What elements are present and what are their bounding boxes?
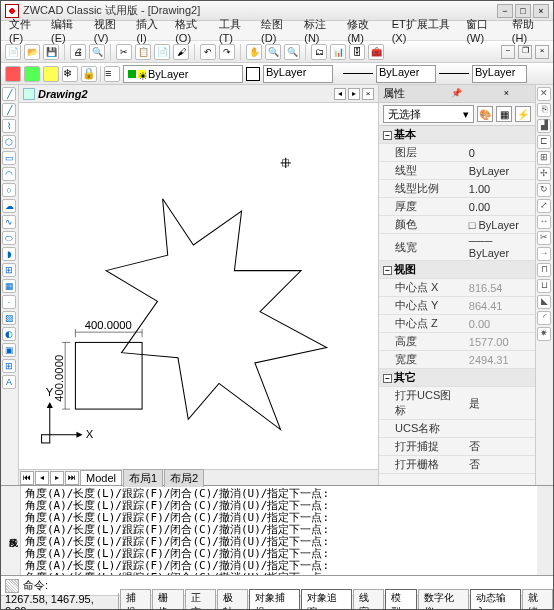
mdi-restore-button[interactable]: ❐ bbox=[518, 45, 532, 59]
redo-button[interactable]: ↷ bbox=[219, 44, 235, 60]
pan-button[interactable]: ✋ bbox=[246, 44, 262, 60]
selection-combo[interactable]: 无选择▾ bbox=[383, 105, 474, 123]
preview-button[interactable]: 🔍 bbox=[89, 44, 105, 60]
color-yellow-button[interactable] bbox=[43, 66, 59, 82]
status-9[interactable]: 动态输入 bbox=[470, 589, 521, 611]
ellipse-arc-tool[interactable]: ◗ bbox=[2, 247, 16, 261]
mdi-minimize-button[interactable]: − bbox=[501, 45, 515, 59]
tab-prev[interactable]: ◂ bbox=[35, 471, 49, 485]
rotate-tool[interactable]: ↻ bbox=[537, 183, 551, 197]
layer-freeze-button[interactable]: ❄ bbox=[62, 66, 78, 82]
color-swatch[interactable] bbox=[246, 67, 260, 81]
menu-item[interactable]: 标注(N) bbox=[300, 15, 341, 46]
insert-tool[interactable]: ⊞ bbox=[2, 263, 16, 277]
layer-button[interactable]: ≡ bbox=[104, 66, 120, 82]
revcloud-tool[interactable]: ☁ bbox=[2, 199, 16, 213]
extend-tool[interactable]: → bbox=[537, 247, 551, 261]
circle-tool[interactable]: ○ bbox=[2, 183, 16, 197]
mtext-tool[interactable]: A bbox=[2, 375, 16, 389]
menu-item[interactable]: 窗口(W) bbox=[462, 15, 505, 46]
status-10[interactable]: 就绪 bbox=[522, 589, 553, 611]
lineweight-combo[interactable]: ByLayer bbox=[472, 65, 527, 83]
toggle-pickadd-button[interactable]: 🎨 bbox=[477, 106, 493, 122]
trim-tool[interactable]: ✂ bbox=[537, 231, 551, 245]
status-3[interactable]: 极轴 bbox=[217, 589, 248, 611]
select-objects-button[interactable]: ▦ bbox=[496, 106, 512, 122]
break-tool[interactable]: ⊓ bbox=[537, 263, 551, 277]
menu-item[interactable]: 工具(T) bbox=[215, 15, 255, 46]
open-button[interactable]: 📂 bbox=[24, 44, 40, 60]
doc-nav-left[interactable]: ◂ bbox=[334, 88, 346, 100]
paste-button[interactable]: 📄 bbox=[154, 44, 170, 60]
doc-close[interactable]: × bbox=[362, 88, 374, 100]
print-button[interactable]: 🖨 bbox=[70, 44, 86, 60]
drawing-canvas[interactable]: 400.0000 400.0000 Y X bbox=[19, 103, 378, 469]
gradient-tool[interactable]: ◐ bbox=[2, 327, 16, 341]
panel-close-icon[interactable]: × bbox=[482, 88, 531, 100]
tab-next[interactable]: ▸ bbox=[50, 471, 64, 485]
panel-pin-icon[interactable]: 📌 bbox=[432, 88, 481, 100]
menu-item[interactable]: 视图(V) bbox=[90, 15, 131, 46]
design-center-button[interactable]: 🗄 bbox=[349, 44, 365, 60]
tab-layout1[interactable]: 布局1 bbox=[123, 469, 163, 487]
coordinates[interactable]: 1267.58, 1467.95, 0.00 bbox=[1, 593, 119, 611]
color-red-button[interactable] bbox=[5, 66, 21, 82]
polyline-tool[interactable]: ⌇ bbox=[2, 119, 16, 133]
status-1[interactable]: 栅格 bbox=[152, 589, 183, 611]
move-tool[interactable]: ✢ bbox=[537, 167, 551, 181]
status-4[interactable]: 对象捕捉 bbox=[249, 589, 300, 611]
status-0[interactable]: 捕捉 bbox=[120, 589, 151, 611]
stretch-tool[interactable]: ↔ bbox=[537, 215, 551, 229]
command-text[interactable]: 角度(A)/长度(L)/跟踪(F)/闭合(C)/撤消(U)/指定下一点: 角度(… bbox=[21, 486, 537, 575]
ellipse-tool[interactable]: ⬭ bbox=[2, 231, 16, 245]
tab-model[interactable]: Model bbox=[80, 470, 122, 485]
tool-palettes-button[interactable]: 🧰 bbox=[368, 44, 384, 60]
zoom-prev-button[interactable]: 🔍 bbox=[284, 44, 300, 60]
tab-last[interactable]: ⏭ bbox=[65, 471, 79, 485]
status-6[interactable]: 线宽 bbox=[353, 589, 384, 611]
point-tool[interactable]: · bbox=[2, 295, 16, 309]
color-combo[interactable]: ByLayer bbox=[263, 65, 333, 83]
menu-item[interactable]: 修改(M) bbox=[343, 15, 385, 46]
command-grip-icon[interactable] bbox=[5, 579, 19, 593]
block-tool[interactable]: ▦ bbox=[2, 279, 16, 293]
chamfer-tool[interactable]: ◣ bbox=[537, 295, 551, 309]
rectangle[interactable] bbox=[75, 342, 142, 409]
spline-tool[interactable]: ∿ bbox=[2, 215, 16, 229]
join-tool[interactable]: ⊔ bbox=[537, 279, 551, 293]
menu-item[interactable]: ET扩展工具(X) bbox=[388, 15, 461, 46]
tab-layout2[interactable]: 布局2 bbox=[164, 469, 204, 487]
menu-item[interactable]: 编辑(E) bbox=[47, 15, 88, 46]
save-button[interactable]: 💾 bbox=[43, 44, 59, 60]
xline-tool[interactable]: ╱ bbox=[2, 103, 16, 117]
menu-item[interactable]: 格式(O) bbox=[171, 15, 213, 46]
array-tool[interactable]: ⊞ bbox=[537, 151, 551, 165]
tab-first[interactable]: ⏮ bbox=[20, 471, 34, 485]
status-5[interactable]: 对象追踪 bbox=[301, 589, 352, 611]
zoom-button[interactable]: 🔍 bbox=[265, 44, 281, 60]
properties-button[interactable]: 📊 bbox=[330, 44, 346, 60]
cut-button[interactable]: ✂ bbox=[116, 44, 132, 60]
scale-tool[interactable]: ⤢ bbox=[537, 199, 551, 213]
command-scrollbar[interactable] bbox=[537, 486, 553, 575]
explode-tool[interactable]: ✷ bbox=[537, 327, 551, 341]
new-button[interactable]: 📄 bbox=[5, 44, 21, 60]
linetype-combo[interactable]: ByLayer bbox=[376, 65, 436, 83]
copy-tool[interactable]: ⎘ bbox=[537, 103, 551, 117]
mdi-close-button[interactable]: × bbox=[535, 45, 549, 59]
menu-item[interactable]: 插入(I) bbox=[132, 15, 169, 46]
match-button[interactable]: 🖌 bbox=[173, 44, 189, 60]
menu-item[interactable]: 帮助(H) bbox=[508, 15, 549, 46]
quick-select-button[interactable]: ⚡ bbox=[515, 106, 531, 122]
status-7[interactable]: 模型 bbox=[385, 589, 416, 611]
star-polyline[interactable] bbox=[106, 199, 327, 430]
mirror-tool[interactable]: ▟ bbox=[537, 119, 551, 133]
polygon-tool[interactable]: ⬡ bbox=[2, 135, 16, 149]
layer-combo[interactable]: ☀ ByLayer bbox=[123, 65, 243, 83]
offset-tool[interactable]: ⊏ bbox=[537, 135, 551, 149]
line-tool[interactable]: ╱ bbox=[2, 87, 16, 101]
copy-button[interactable]: 📋 bbox=[135, 44, 151, 60]
fillet-tool[interactable]: ◜ bbox=[537, 311, 551, 325]
arc-tool[interactable]: ◠ bbox=[2, 167, 16, 181]
rectangle-tool[interactable]: ▭ bbox=[2, 151, 16, 165]
